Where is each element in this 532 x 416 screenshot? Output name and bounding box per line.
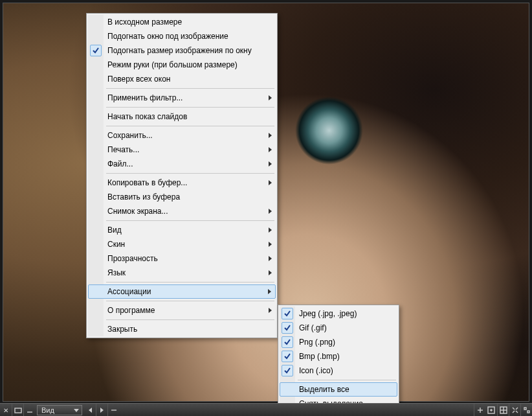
menu-item-label: Сохранить...: [107, 131, 153, 140]
menu-item-label: Применить фильтр...: [107, 93, 183, 102]
menu-separator: [106, 88, 274, 89]
fullscreen-button[interactable]: [509, 404, 520, 416]
context-menu-item[interactable]: Режим руки (при большом размере): [88, 58, 276, 72]
close-button[interactable]: ✕: [0, 404, 12, 416]
menu-item-label: О программе: [107, 306, 155, 315]
context-submenu-item[interactable]: Icon (.ico): [280, 364, 397, 378]
context-menu-item[interactable]: Прозрачность: [88, 251, 276, 266]
context-menu-item[interactable]: Язык: [88, 266, 276, 280]
context-menu-item[interactable]: Применить фильтр...: [88, 91, 276, 105]
context-menu-item[interactable]: Ассоциации: [88, 284, 276, 299]
menu-item-label: Файл...: [107, 159, 133, 168]
next-button[interactable]: [96, 404, 107, 416]
menu-separator: [106, 173, 274, 174]
menu-separator: [106, 282, 274, 283]
check-icon: [90, 45, 102, 56]
context-menu-item[interactable]: Поверх всех окон: [88, 72, 276, 86]
context-menu-item[interactable]: Подогнать размер изображения по окну: [88, 43, 276, 58]
chevron-right-icon: [269, 209, 272, 214]
context-menu-item[interactable]: Копировать в буфер...: [88, 176, 276, 190]
actual-size-button[interactable]: [497, 404, 509, 416]
menu-separator: [106, 301, 274, 301]
context-menu-item[interactable]: Вид: [88, 223, 276, 237]
fit-icon: [487, 406, 495, 414]
menu-item-label: Bmp (.bmp): [299, 352, 340, 361]
svg-rect-12: [527, 411, 529, 413]
context-submenu-item[interactable]: Png (.png): [280, 335, 397, 349]
gear-icon: [523, 406, 531, 414]
chevron-left-icon: [89, 408, 92, 413]
menu-separator: [106, 126, 274, 126]
menu-item-label: Icon (.ico): [299, 366, 333, 375]
context-menu-item[interactable]: Вставить из буфера: [88, 190, 276, 204]
check-icon: [282, 351, 293, 362]
chevron-right-icon: [269, 133, 272, 138]
plus-icon: [476, 406, 484, 414]
menu-item-label: Скин: [107, 240, 125, 249]
menu-item-label: В исходном размере: [107, 17, 182, 27]
context-menu-item[interactable]: Печать...: [88, 143, 276, 157]
context-menu-item[interactable]: Скин: [88, 237, 276, 251]
settings-button[interactable]: [520, 404, 532, 416]
menu-item-label: Подогнать размер изображения по окну: [107, 46, 252, 55]
minimize-button[interactable]: [23, 404, 35, 416]
menu-item-label: Вставить из буфера: [107, 192, 180, 202]
context-submenu-item[interactable]: Jpeg (.jpg, .jpeg): [280, 306, 397, 321]
zoom-in-button[interactable]: [474, 404, 485, 416]
context-menu-item[interactable]: О программе: [88, 303, 276, 318]
svg-rect-11: [524, 408, 526, 410]
context-submenu-item[interactable]: Gif (.gif): [280, 321, 397, 335]
chevron-right-icon: [268, 289, 271, 294]
chevron-right-icon: [269, 270, 272, 275]
menu-item-label: Выделить все: [299, 385, 349, 394]
window-icon: [14, 406, 22, 414]
context-menu-item[interactable]: Подогнать окно под изображение: [88, 29, 276, 43]
context-menu-item[interactable]: В исходном размере: [88, 15, 276, 29]
menu-item-label: Gif (.gif): [299, 323, 327, 332]
context-menu-item[interactable]: Сохранить...: [88, 128, 276, 143]
check-icon: [282, 365, 293, 376]
context-menu: В исходном размереПодогнать окно под изо…: [86, 13, 278, 338]
context-menu-item[interactable]: Файл...: [88, 157, 276, 171]
prev-button[interactable]: [84, 404, 96, 416]
chevron-right-icon: [269, 242, 272, 247]
fit-button[interactable]: [485, 404, 497, 416]
menu-item-label: Печать...: [107, 145, 139, 154]
minimize-icon: [26, 406, 34, 414]
context-submenu-item[interactable]: Bmp (.bmp): [280, 349, 397, 364]
window-restore-button[interactable]: [12, 404, 23, 416]
chevron-right-icon: [269, 256, 272, 261]
chevron-right-icon: [269, 161, 272, 167]
minus-icon: [110, 406, 118, 414]
view-dropdown[interactable]: Вид: [37, 405, 82, 415]
menu-separator: [106, 319, 274, 320]
check-icon: [282, 336, 293, 348]
chevron-right-icon: [269, 180, 272, 185]
menu-item-label: Язык: [107, 268, 126, 277]
chevron-right-icon: [269, 147, 272, 152]
menu-item-label: Снимок экрана...: [107, 207, 168, 216]
svg-rect-0: [15, 408, 21, 413]
context-menu-item[interactable]: Снимок экрана...: [88, 204, 276, 218]
chevron-down-icon: [74, 409, 79, 412]
menu-item-label: Поверх всех окон: [107, 75, 170, 84]
context-submenu-item[interactable]: Выделить все: [280, 382, 397, 397]
menu-item-label: Прозрачность: [107, 254, 158, 263]
context-submenu: Jpeg (.jpg, .jpeg)Gif (.gif)Png (.png)Bm…: [278, 305, 399, 413]
chevron-right-icon: [269, 308, 272, 313]
menu-item-label: Вид: [107, 225, 122, 235]
bottom-toolbar: ✕ Вид: [0, 403, 532, 416]
grid-icon: [500, 406, 507, 414]
fullscreen-icon: [511, 406, 519, 414]
menu-separator: [298, 380, 396, 380]
menu-item-label: Png (.png): [299, 338, 335, 347]
context-menu-item[interactable]: Закрыть: [88, 322, 276, 336]
menu-item-label: Ассоциации: [107, 287, 151, 296]
check-icon: [282, 308, 293, 319]
menu-item-label: Подогнать окно под изображение: [107, 32, 228, 41]
menu-item-label: Начать показ слайдов: [107, 112, 187, 121]
zoom-out-button[interactable]: [107, 404, 119, 416]
check-icon: [282, 322, 293, 334]
context-menu-item[interactable]: Начать показ слайдов: [88, 110, 276, 124]
menu-separator: [106, 107, 274, 108]
